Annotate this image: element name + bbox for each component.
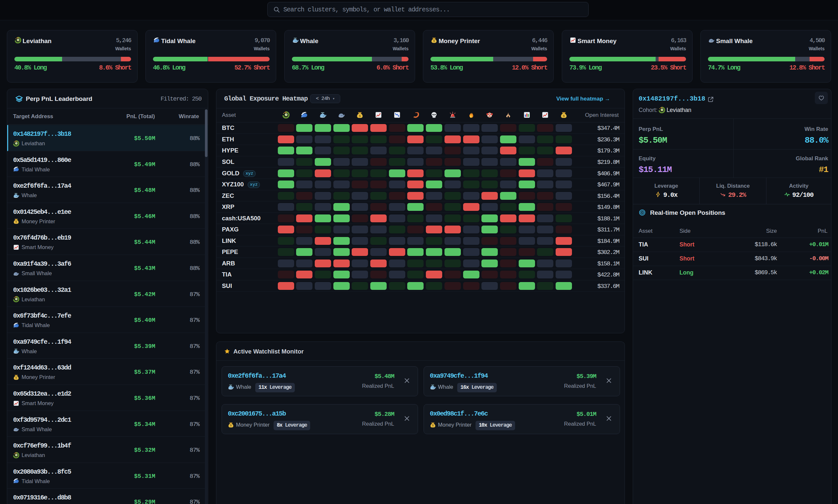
svg-text:$: $ bbox=[15, 376, 17, 379]
svg-text:$: $ bbox=[563, 114, 565, 118]
svg-text:$: $ bbox=[230, 424, 232, 427]
svg-text:$: $ bbox=[432, 424, 434, 427]
svg-text:$: $ bbox=[359, 114, 361, 118]
svg-text:$: $ bbox=[15, 220, 17, 223]
svg-text:$: $ bbox=[433, 39, 435, 42]
